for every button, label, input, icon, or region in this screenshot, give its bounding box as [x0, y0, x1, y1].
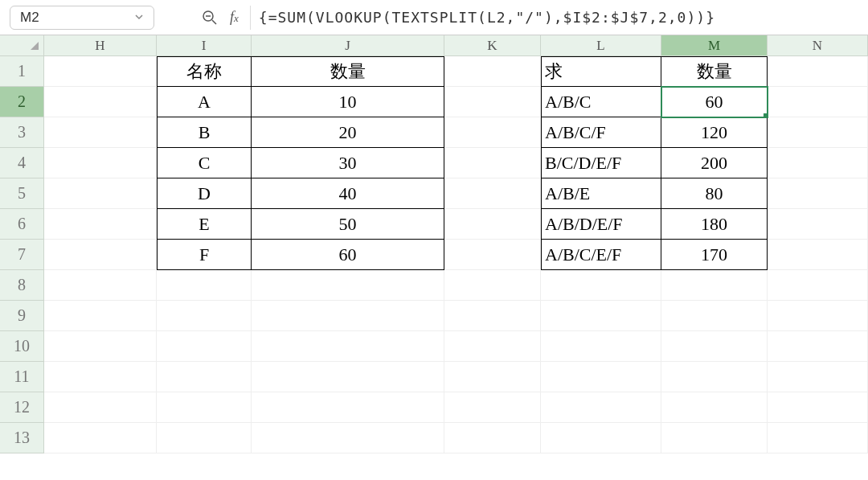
cell[interactable]: 180	[661, 209, 768, 240]
cell[interactable]: 80	[661, 178, 768, 209]
cell[interactable]: A/B/E	[541, 178, 661, 209]
cell[interactable]	[444, 392, 541, 423]
cell[interactable]	[444, 87, 541, 117]
cell[interactable]: 40	[252, 178, 444, 209]
cell[interactable]	[44, 301, 157, 331]
cell[interactable]	[44, 362, 157, 392]
fx-label[interactable]: fx	[230, 9, 239, 26]
cell[interactable]	[157, 362, 252, 392]
row-header-4[interactable]: 4	[0, 148, 44, 178]
row-header-9[interactable]: 9	[0, 301, 44, 331]
cell[interactable]	[44, 117, 157, 148]
cell[interactable]	[661, 392, 768, 423]
cell[interactable]: A	[157, 87, 252, 117]
row-header-11[interactable]: 11	[0, 362, 44, 392]
cell[interactable]: 10	[252, 87, 444, 117]
cell[interactable]	[768, 331, 868, 362]
col-header-M[interactable]: M	[661, 35, 768, 56]
cell[interactable]	[768, 117, 868, 148]
cell[interactable]: F	[157, 240, 252, 270]
row-header-3[interactable]: 3	[0, 117, 44, 148]
cell[interactable]: C	[157, 148, 252, 178]
cell[interactable]	[768, 301, 868, 331]
row-header-1[interactable]: 1	[0, 56, 44, 87]
col-header-J[interactable]: J	[252, 35, 444, 56]
cell[interactable]	[444, 331, 541, 362]
cell[interactable]	[661, 423, 768, 453]
cell[interactable]	[44, 178, 157, 209]
col-header-I[interactable]: I	[157, 35, 252, 56]
cell[interactable]	[44, 209, 157, 240]
cell[interactable]: 求	[541, 56, 661, 87]
col-header-L[interactable]: L	[541, 35, 661, 56]
cell[interactable]	[444, 270, 541, 301]
cell[interactable]: A/B/C/F	[541, 117, 661, 148]
cell[interactable]	[661, 301, 768, 331]
cell[interactable]	[252, 362, 444, 392]
cell[interactable]: D	[157, 178, 252, 209]
cell[interactable]	[768, 87, 868, 117]
cell[interactable]	[157, 392, 252, 423]
cell[interactable]	[444, 56, 541, 87]
cell[interactable]	[541, 301, 661, 331]
cell[interactable]	[44, 270, 157, 301]
cell[interactable]	[252, 270, 444, 301]
cell[interactable]	[44, 56, 157, 87]
cell[interactable]	[444, 178, 541, 209]
cell[interactable]	[444, 423, 541, 453]
row-header-6[interactable]: 6	[0, 209, 44, 240]
cell[interactable]	[44, 87, 157, 117]
cell[interactable]	[444, 362, 541, 392]
cell[interactable]	[661, 362, 768, 392]
name-box[interactable]: M2	[10, 6, 154, 30]
cell[interactable]	[768, 178, 868, 209]
cell[interactable]	[157, 423, 252, 453]
row-header-8[interactable]: 8	[0, 270, 44, 301]
row-header-12[interactable]: 12	[0, 392, 44, 423]
cell[interactable]: A/B/C/E/F	[541, 240, 661, 270]
cell[interactable]	[768, 423, 868, 453]
row-header-7[interactable]: 7	[0, 240, 44, 270]
formula-input[interactable]	[250, 6, 858, 30]
cell[interactable]	[661, 270, 768, 301]
selected-cell[interactable]: 60	[661, 87, 768, 117]
cell[interactable]	[444, 117, 541, 148]
col-header-N[interactable]: N	[768, 35, 868, 56]
select-all-corner[interactable]	[0, 35, 44, 56]
cell[interactable]	[768, 270, 868, 301]
cell[interactable]: 170	[661, 240, 768, 270]
cell[interactable]	[661, 331, 768, 362]
row-header-5[interactable]: 5	[0, 178, 44, 209]
cell[interactable]	[252, 392, 444, 423]
cell[interactable]: 数量	[661, 56, 768, 87]
cell[interactable]	[44, 423, 157, 453]
cell[interactable]	[444, 148, 541, 178]
cell[interactable]	[541, 331, 661, 362]
col-header-K[interactable]: K	[444, 35, 541, 56]
cell[interactable]	[541, 362, 661, 392]
cell[interactable]	[444, 209, 541, 240]
cell[interactable]: A/B/C	[541, 87, 661, 117]
chevron-down-icon[interactable]	[134, 10, 144, 26]
cell[interactable]	[44, 331, 157, 362]
cell[interactable]	[157, 270, 252, 301]
cell[interactable]: A/B/D/E/F	[541, 209, 661, 240]
cell[interactable]: E	[157, 209, 252, 240]
cell[interactable]	[44, 240, 157, 270]
cell[interactable]	[252, 301, 444, 331]
cell[interactable]: 30	[252, 148, 444, 178]
cell[interactable]	[252, 423, 444, 453]
cell[interactable]: B/C/D/E/F	[541, 148, 661, 178]
col-header-H[interactable]: H	[44, 35, 157, 56]
zoom-out-icon[interactable]	[201, 9, 219, 27]
cell[interactable]	[768, 148, 868, 178]
cell[interactable]	[768, 240, 868, 270]
cell[interactable]	[157, 331, 252, 362]
cell[interactable]	[44, 148, 157, 178]
cell[interactable]: 120	[661, 117, 768, 148]
cell[interactable]: 50	[252, 209, 444, 240]
cell[interactable]: 名称	[157, 56, 252, 87]
cell[interactable]	[44, 392, 157, 423]
cell[interactable]	[252, 331, 444, 362]
cell[interactable]	[541, 270, 661, 301]
